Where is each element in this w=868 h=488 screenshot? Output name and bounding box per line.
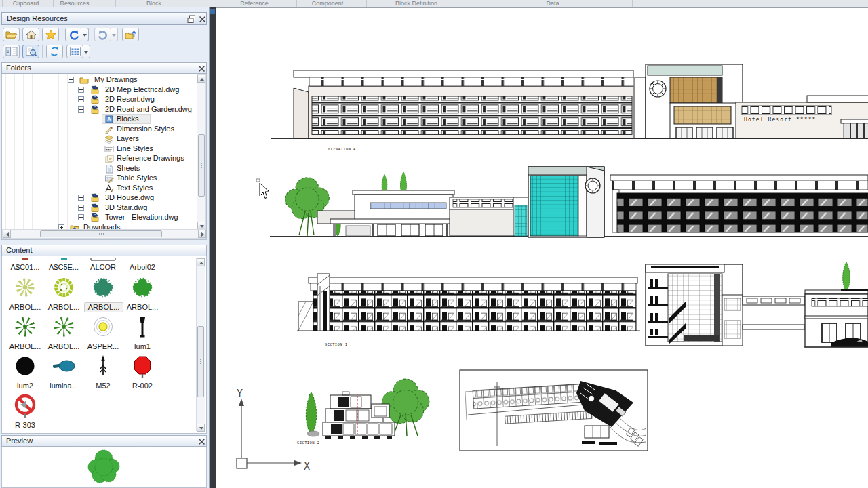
palette-autohide-icon[interactable]: [210, 9, 215, 14]
find-preview-button[interactable]: [22, 45, 39, 58]
block-thumbnail-palm-tree[interactable]: [45, 313, 83, 342]
tree-item-3d-house[interactable]: 3D House.dwg: [2, 193, 206, 203]
close-preview-icon[interactable]: [197, 437, 206, 446]
cutoff-thumbnail-icon: [6, 257, 44, 262]
scroll-up-button[interactable]: [197, 75, 205, 83]
block-thumbnail-sprinkler[interactable]: [84, 313, 122, 342]
content-item-label[interactable]: ARBOL...: [45, 303, 83, 312]
content-item-label[interactable]: ALCOR: [84, 263, 122, 272]
tree-item-dimension-styles[interactable]: Dimension Styles: [2, 125, 206, 134]
folder-tree: My Drawings 2D Mep Electrical.dwg 2D Res…: [2, 74, 206, 230]
content-item-label[interactable]: ARBOL...: [6, 342, 44, 351]
tree-item-tower-elevation[interactable]: Tower - Elevation.dwg: [2, 213, 206, 222]
ribbon-group-resources: Resources: [54, 0, 95, 7]
block-thumbnail-lamp-post[interactable]: [123, 313, 161, 342]
ribbon-group-data: Data: [532, 0, 573, 7]
tree-item-2d-resort[interactable]: 2D Resort.dwg: [2, 95, 206, 104]
content-item-label[interactable]: R-303: [6, 421, 44, 430]
block-thumbnail-black-circle[interactable]: [6, 352, 44, 381]
content-item-label[interactable]: A$C01...: [6, 263, 44, 272]
tree-item-layers[interactable]: Layers: [2, 134, 206, 144]
forward-button[interactable]: [94, 28, 111, 41]
ribbon-group-clipboard: Clipboard: [5, 0, 46, 7]
ribbon-group-component: Component: [307, 0, 348, 7]
scroll-right-button[interactable]: [198, 230, 206, 238]
block-thumbnail-arrow-marker[interactable]: [84, 352, 122, 381]
content-item-label[interactable]: Arbol02: [123, 263, 161, 272]
content-item-label[interactable]: ARBOL...: [6, 303, 44, 312]
content-header-label: Content: [6, 246, 33, 254]
scroll-left-button[interactable]: [3, 230, 11, 238]
refresh-button[interactable]: [46, 45, 63, 58]
palette-edge-bar[interactable]: [210, 7, 216, 488]
tree-item-2d-road-and-garden[interactable]: 2D Road and Garden.dwg: [2, 105, 206, 115]
block-thumbnail-no-entry-sign[interactable]: [6, 392, 44, 420]
scrollbar-thumb[interactable]: [40, 230, 162, 237]
content-item-label[interactable]: lumina...: [45, 382, 83, 390]
cutoff-thumbnail-icon: [45, 257, 83, 262]
ucs-icon: X Y: [237, 388, 310, 472]
content-item-label[interactable]: ASPER...: [84, 342, 122, 351]
block-thumbnail-stop-sign[interactable]: [123, 352, 161, 381]
ribbon-group-reference: Reference: [234, 0, 275, 7]
favorites-button[interactable]: [42, 28, 59, 41]
block-thumbnail-palm-tree[interactable]: [6, 313, 44, 342]
close-folders-icon[interactable]: [197, 64, 206, 73]
tree-item-reference-drawings[interactable]: Reference Drawings: [2, 154, 206, 163]
scrollbar-thumb[interactable]: [197, 326, 204, 397]
scroll-up-button[interactable]: [197, 258, 205, 266]
home-button[interactable]: [22, 28, 39, 41]
ribbon-group-block: Block: [134, 0, 174, 7]
label-section-2: SECTION 2: [297, 441, 319, 445]
tree-item-line-styles[interactable]: Line Styles: [2, 144, 206, 154]
content-item-label-selected[interactable]: ARBOL...: [84, 302, 123, 312]
back-dropdown-chevron-icon[interactable]: [81, 28, 89, 41]
tree-item-table-styles[interactable]: Table Styles: [2, 174, 206, 183]
tree-item-sheets[interactable]: Sheets: [2, 164, 206, 174]
content-item-label[interactable]: A$C5E...: [45, 263, 83, 272]
views-dropdown-chevron-icon[interactable]: [83, 45, 90, 58]
tree-item-3d-stair[interactable]: 3D Stair.dwg: [2, 203, 206, 213]
folders-vertical-scrollbar[interactable]: [197, 74, 206, 229]
tree-item-text-styles[interactable]: Text Styles: [2, 184, 206, 193]
drawing-elevation-a: Hotel Resort ***** ELEVATION A: [271, 64, 868, 151]
label-elevation-a: ELEVATION A: [328, 147, 356, 151]
tree-item-2d-mep-electrical[interactable]: 2D Mep Electrical.dwg: [2, 85, 206, 95]
block-thumbnail-fluffy-teal-tree[interactable]: [84, 274, 122, 302]
block-thumbnail-teal-paddle[interactable]: [45, 352, 83, 381]
ribbon-group-block-definition: Block Definition: [386, 0, 447, 7]
tree-toggle-button[interactable]: [3, 45, 20, 58]
hotel-resort-sign: Hotel Resort *****: [744, 117, 816, 123]
tree-item-blocks[interactable]: Blocks: [2, 115, 206, 124]
up-one-level-button[interactable]: [122, 28, 139, 41]
content-item-label[interactable]: lum1: [123, 342, 161, 351]
back-button[interactable]: [65, 28, 82, 41]
preview-header[interactable]: Preview: [1, 435, 207, 447]
drawing-section-1: SECTION 1: [297, 262, 868, 347]
content-item-label[interactable]: ARBOL...: [123, 303, 161, 312]
content-vertical-scrollbar[interactable]: [196, 258, 205, 431]
content-header[interactable]: Content: [1, 245, 207, 256]
preview-tree-image: [2, 447, 206, 488]
content-item-label[interactable]: lum2: [6, 382, 44, 390]
scrollbar-thumb[interactable]: [198, 134, 205, 197]
tree-item-my-drawings[interactable]: My Drawings: [2, 75, 206, 85]
block-thumbnail-burst-pale-tree[interactable]: [6, 274, 44, 302]
open-folder-button[interactable]: [3, 28, 20, 41]
views-button[interactable]: [66, 45, 83, 58]
content-item-label[interactable]: ARBOL...: [45, 342, 83, 351]
block-thumbnail-ring-tree[interactable]: [45, 274, 83, 302]
float-window-icon[interactable]: [187, 15, 196, 24]
folders-header[interactable]: Folders: [1, 62, 207, 74]
content-item-label[interactable]: R-002: [123, 382, 161, 390]
palette-titlebar[interactable]: Design Resources: [1, 12, 207, 25]
scroll-down-button[interactable]: [197, 424, 205, 432]
block-thumbnail-fluffy-green-tree[interactable]: [123, 274, 161, 302]
content-item-label[interactable]: M52: [84, 382, 122, 390]
drawing-site-plan: [460, 370, 648, 451]
close-palette-icon[interactable]: [198, 15, 207, 24]
drawing-elevation-b: [256, 167, 868, 237]
preview-panel: [1, 447, 207, 488]
forward-dropdown-chevron-icon[interactable]: [111, 28, 118, 41]
folders-horizontal-scrollbar[interactable]: [2, 229, 206, 239]
